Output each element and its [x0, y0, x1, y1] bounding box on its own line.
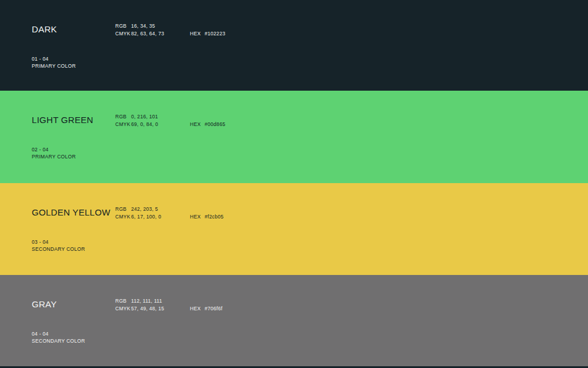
color-specs: RGB112, 111, 111 CMYK57, 49, 48, 15 — [115, 297, 164, 312]
cmyk-label: CMYK — [115, 30, 131, 38]
cmyk-value: 69, 0, 84, 0 — [131, 121, 158, 127]
cmyk-label: CMYK — [115, 305, 131, 313]
rgb-label: RGB — [115, 113, 131, 121]
color-role: PRIMARY COLOR — [32, 154, 76, 160]
rgb-value: 0, 216, 101 — [131, 114, 158, 120]
hex-spec: HEX#f2cb05 — [190, 213, 223, 221]
color-name: LIGHT GREEN — [32, 115, 93, 125]
color-index: 02 - 04 — [32, 147, 49, 152]
color-name: GOLDEN YELLOW — [32, 207, 111, 217]
color-band-dark: DARK RGB16, 34, 35 CMYK82, 63, 64, 73 HE… — [0, 0, 588, 91]
rgb-row: RGB0, 216, 101 — [115, 113, 158, 121]
hex-value: #f2cb05 — [205, 214, 223, 220]
hex-label: HEX — [190, 121, 205, 128]
hex-label: HEX — [190, 305, 205, 313]
color-band-gray: GRAY RGB112, 111, 111 CMYK57, 49, 48, 15… — [0, 275, 588, 366]
rgb-label: RGB — [115, 22, 131, 30]
hex-value: #00d865 — [205, 121, 225, 127]
cmyk-row: CMYK82, 63, 64, 73 — [115, 30, 164, 38]
rgb-row: RGB16, 34, 35 — [115, 22, 164, 30]
hex-value: #706f6f — [205, 306, 222, 311]
color-role: SECONDARY COLOR — [32, 247, 85, 252]
hex-value: #102223 — [205, 31, 225, 37]
color-specs: RGB242, 203, 5 CMYK6, 17, 100, 0 — [115, 205, 161, 220]
cmyk-row: CMYK6, 17, 100, 0 — [115, 213, 161, 221]
color-name: DARK — [32, 24, 57, 34]
cmyk-label: CMYK — [115, 121, 131, 128]
hex-spec: HEX#102223 — [190, 30, 225, 38]
rgb-value: 16, 34, 35 — [131, 23, 155, 29]
hex-spec: HEX#706f6f — [190, 305, 222, 313]
color-palette-sheet: DARK RGB16, 34, 35 CMYK82, 63, 64, 73 HE… — [0, 0, 588, 368]
rgb-value: 242, 203, 5 — [131, 206, 158, 212]
color-index: 04 - 04 — [32, 331, 49, 337]
color-band-light-green: LIGHT GREEN RGB0, 216, 101 CMYK69, 0, 84… — [0, 91, 588, 183]
rgb-row: RGB112, 111, 111 — [115, 297, 164, 305]
hex-label: HEX — [190, 30, 205, 38]
color-specs: RGB0, 216, 101 CMYK69, 0, 84, 0 — [115, 113, 158, 128]
cmyk-value: 82, 63, 64, 73 — [131, 31, 164, 37]
hex-spec: HEX#00d865 — [190, 121, 225, 128]
rgb-row: RGB242, 203, 5 — [115, 205, 161, 213]
rgb-label: RGB — [115, 297, 131, 305]
color-role: SECONDARY COLOR — [32, 339, 85, 344]
color-name: GRAY — [32, 299, 57, 309]
color-index: 01 - 04 — [32, 57, 49, 62]
cmyk-row: CMYK69, 0, 84, 0 — [115, 121, 158, 128]
color-role: PRIMARY COLOR — [32, 64, 76, 69]
hex-label: HEX — [190, 213, 205, 221]
cmyk-row: CMYK57, 49, 48, 15 — [115, 305, 164, 313]
cmyk-value: 57, 49, 48, 15 — [131, 306, 164, 311]
color-index: 03 - 04 — [32, 240, 49, 245]
color-specs: RGB16, 34, 35 CMYK82, 63, 64, 73 — [115, 22, 164, 37]
rgb-label: RGB — [115, 205, 131, 213]
color-band-golden-yellow: GOLDEN YELLOW RGB242, 203, 5 CMYK6, 17, … — [0, 183, 588, 275]
rgb-value: 112, 111, 111 — [131, 298, 162, 304]
cmyk-label: CMYK — [115, 213, 131, 221]
cmyk-value: 6, 17, 100, 0 — [131, 214, 161, 220]
